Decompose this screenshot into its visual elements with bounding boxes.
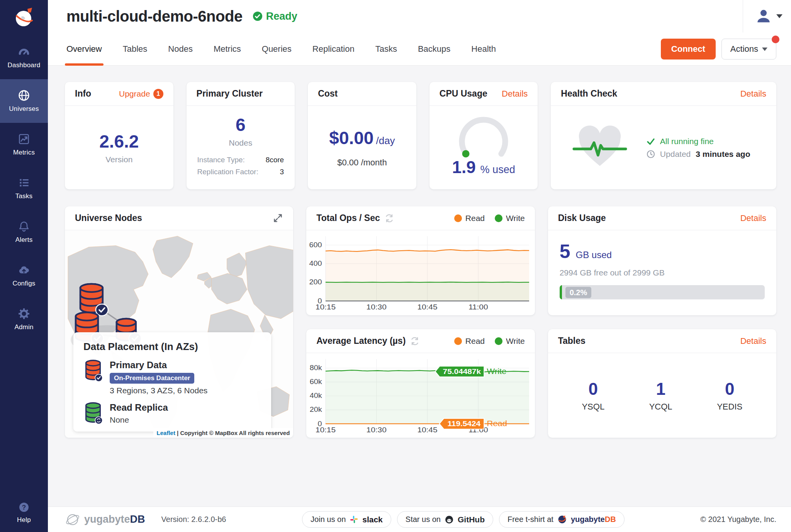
- tab-overview[interactable]: Overview: [66, 32, 102, 66]
- main-area: multi-cloud-demo-6node Ready: [48, 0, 791, 532]
- yedis-label: YEDIS: [717, 402, 742, 412]
- sidebar-item-label: Tasks: [15, 192, 32, 200]
- health-status-text: All running fine: [660, 137, 714, 146]
- disk-free-text: 2994 GB free out of 2999 GB: [560, 268, 765, 277]
- svg-text:Write: Write: [487, 367, 507, 376]
- leaflet-link[interactable]: Leaflet: [157, 430, 175, 436]
- tab-queries[interactable]: Queries: [262, 32, 292, 66]
- footer-brand: yugabyteDB: [65, 512, 145, 527]
- slack-link[interactable]: Join us on slack: [302, 511, 391, 528]
- version-value: 2.6.2: [99, 131, 139, 152]
- svg-text:40k: 40k: [310, 392, 323, 399]
- map-attribution: Leaflet | Copyright © MapBox All rights …: [153, 428, 294, 438]
- actions-button[interactable]: Actions: [721, 39, 776, 59]
- list-icon: [18, 177, 30, 189]
- svg-text:400: 400: [309, 260, 322, 267]
- sidebar-item-alerts[interactable]: Alerts: [0, 210, 48, 254]
- cpu-details-link[interactable]: Details: [502, 89, 528, 99]
- sidebar-item-help[interactable]: ? Help: [0, 493, 48, 532]
- tab-nodes[interactable]: Nodes: [168, 32, 193, 66]
- yugabyte-rocket-icon: [557, 515, 567, 524]
- tables-card: Tables Details 0 YSQL 1 YCQL 0: [548, 329, 776, 438]
- tshirt-link[interactable]: Free t-shirt at yugabyteDB: [499, 511, 625, 528]
- upgrade-link[interactable]: Upgrade 1: [119, 89, 163, 99]
- tables-title: Tables: [558, 336, 586, 346]
- globe-icon: [18, 89, 30, 102]
- cpu-gauge: [452, 118, 515, 157]
- svg-text:11:00: 11:00: [468, 303, 488, 311]
- topbar: multi-cloud-demo-6node Ready: [48, 0, 791, 66]
- cost-per-day-unit: /day: [376, 135, 395, 147]
- health-details-link[interactable]: Details: [740, 89, 766, 99]
- svg-text:10:45: 10:45: [418, 303, 438, 311]
- provider-badge: On-Premises Datacenter: [110, 373, 194, 384]
- svg-text:?: ?: [22, 504, 26, 511]
- gear-icon: [18, 308, 30, 320]
- read-replica-label: Read Replica: [110, 402, 168, 413]
- user-menu[interactable]: [743, 0, 783, 32]
- nodes-label: Nodes: [229, 138, 253, 148]
- primary-db-icon: [83, 360, 103, 381]
- tab-replication[interactable]: Replication: [312, 32, 355, 66]
- sidebar-item-label: Universes: [9, 105, 39, 113]
- info-card-title: Info: [75, 88, 91, 99]
- status-text: Ready: [266, 10, 297, 22]
- sidebar-help-label: Help: [17, 516, 31, 524]
- legend-write: Write: [495, 337, 525, 346]
- planet-rocket-icon: [12, 6, 36, 30]
- replication-factor-row: Replication Factor: 3: [187, 168, 295, 176]
- yugabyte-logo-icon[interactable]: [0, 0, 48, 36]
- health-status-row: All running fine: [647, 137, 750, 146]
- ycql-count: 1: [656, 379, 665, 399]
- connect-button[interactable]: Connect: [661, 39, 716, 59]
- check-circle-icon: [253, 11, 263, 21]
- health-check-title: Health Check: [561, 88, 617, 99]
- tab-backups[interactable]: Backups: [418, 32, 450, 66]
- disk-details-link[interactable]: Details: [740, 213, 766, 223]
- cloud-upload-icon: [18, 264, 30, 276]
- refresh-icon[interactable]: [410, 337, 419, 346]
- sidebar-item-metrics[interactable]: Metrics: [0, 123, 48, 167]
- world-map: Data Placement (In AZs): [65, 230, 293, 438]
- sidebar-item-dashboard[interactable]: Dashboard: [0, 36, 48, 79]
- svg-text:20k: 20k: [310, 406, 323, 414]
- title-row: multi-cloud-demo-6node Ready: [48, 0, 791, 32]
- footer-copyright: © 2021 Yugabyte, Inc.: [700, 515, 776, 524]
- tab-tables[interactable]: Tables: [123, 32, 148, 66]
- sidebar-item-label: Metrics: [13, 149, 35, 156]
- read-replica-detail: None: [110, 415, 168, 425]
- tab-metrics[interactable]: Metrics: [214, 32, 241, 66]
- yugabyte-sketch-logo-icon: [65, 512, 80, 527]
- svg-text:10:45: 10:45: [418, 426, 438, 434]
- tab-health[interactable]: Health: [471, 32, 496, 66]
- legend-write: Write: [495, 214, 525, 223]
- sidebar-item-admin[interactable]: Admin: [0, 297, 48, 341]
- primary-data-row: Primary Data On-Premises Datacenter 3 Re…: [83, 360, 261, 395]
- expand-icon[interactable]: [273, 213, 283, 223]
- tables-details-link[interactable]: Details: [740, 336, 766, 346]
- db-node-marker[interactable]: [80, 284, 108, 316]
- svg-text:200: 200: [309, 278, 322, 286]
- ysql-count: 0: [589, 379, 598, 399]
- cost-card: Cost $0.00 /day $0.00 /month: [308, 82, 416, 189]
- ysql-label: YSQL: [582, 402, 604, 412]
- check-icon: [647, 137, 655, 146]
- refresh-icon[interactable]: [385, 214, 394, 223]
- sidebar-item-universes[interactable]: Universes: [0, 79, 48, 123]
- sidebar-item-tasks[interactable]: Tasks: [0, 167, 48, 210]
- svg-text:60k: 60k: [310, 378, 323, 386]
- chart-icon: [18, 133, 30, 145]
- ycql-stat: 1 YCQL: [649, 379, 672, 412]
- chevron-down-icon: [762, 48, 767, 51]
- header-actions: Connect Actions: [661, 32, 776, 66]
- avg-latency-title: Average Latency (µs): [316, 336, 406, 346]
- notification-dot: [772, 36, 779, 43]
- tab-tasks[interactable]: Tasks: [375, 32, 397, 66]
- health-updated-row: Updated 3 minutes ago: [647, 150, 750, 159]
- footer-version: Version: 2.6.2.0-b6: [161, 515, 226, 524]
- sidebar-item-label: Dashboard: [8, 61, 41, 69]
- app-root: Dashboard Universes Metrics: [0, 0, 791, 532]
- sidebar-item-configs[interactable]: Configs: [0, 254, 48, 297]
- github-link[interactable]: Star us on GitHub: [397, 511, 493, 528]
- footer-wordmark: yugabyteDB: [84, 513, 145, 525]
